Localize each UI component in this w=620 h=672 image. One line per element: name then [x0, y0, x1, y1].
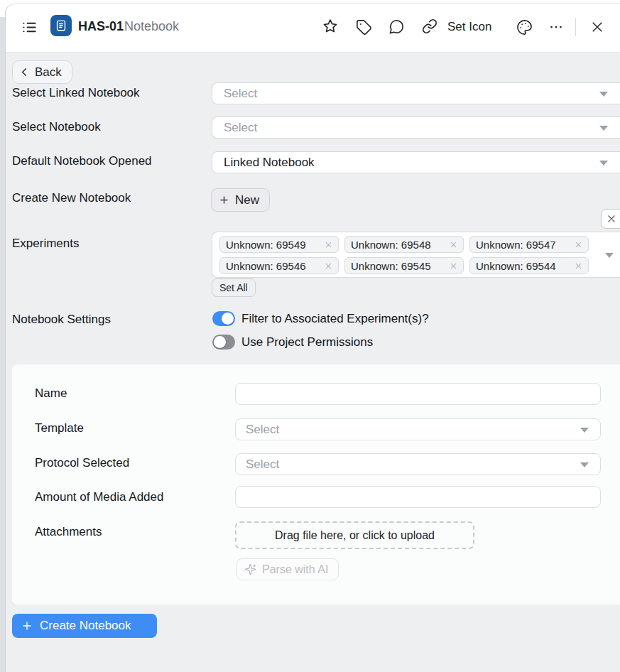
- name-label: Name: [35, 386, 67, 401]
- chevron-down-icon: [580, 462, 589, 467]
- tag-remove-icon[interactable]: [325, 262, 332, 270]
- tag-remove-icon[interactable]: [575, 241, 582, 249]
- page-subtitle: Notebook: [124, 19, 179, 34]
- default-notebook-opened-value: Linked Notebook: [224, 156, 315, 170]
- notebook-form-card: Name Template Select Protocol Selected S…: [12, 364, 620, 605]
- list-icon[interactable]: [19, 17, 39, 37]
- experiment-tag-label: Unknown: 69548: [351, 239, 431, 251]
- close-icon[interactable]: [587, 17, 607, 37]
- palette-icon[interactable]: [514, 17, 534, 37]
- experiment-tag-label: Unknown: 69547: [476, 239, 556, 251]
- tag-icon[interactable]: [354, 17, 374, 37]
- tag-remove-icon[interactable]: [450, 262, 457, 270]
- experiment-tag: Unknown: 69544: [469, 257, 589, 274]
- template-label: Template: [35, 421, 84, 435]
- tag-remove-icon[interactable]: [450, 241, 457, 249]
- experiment-tag-label: Unknown: 69544: [476, 260, 556, 272]
- chevron-left-icon: [19, 67, 30, 77]
- protocol-selected-label: Protocol Selected: [35, 456, 129, 470]
- experiments-dismiss-button[interactable]: [601, 209, 620, 229]
- toggle-knob: [214, 336, 226, 348]
- select-notebook-dropdown[interactable]: Select: [212, 116, 620, 139]
- experiment-tag-label: Unknown: 69549: [226, 239, 306, 251]
- select-notebook-placeholder: Select: [224, 121, 257, 135]
- notebook-dialog-panel: HAS-01 Notebook Set Icon: [5, 4, 620, 672]
- experiment-tag: Unknown: 69548: [344, 236, 464, 253]
- tag-remove-icon[interactable]: [325, 241, 332, 249]
- parse-with-ai-button[interactable]: Parse with AI: [236, 558, 339, 580]
- parse-with-ai-label: Parse with AI: [262, 563, 328, 576]
- tag-remove-icon[interactable]: [575, 262, 582, 270]
- experiment-tag-label: Unknown: 69545: [351, 260, 431, 272]
- chevron-down-icon: [599, 126, 608, 131]
- back-button[interactable]: Back: [12, 60, 72, 84]
- experiment-tag: Unknown: 69546: [219, 257, 339, 274]
- select-notebook-label: Select Notebook: [12, 120, 101, 134]
- template-placeholder: Select: [246, 423, 279, 437]
- header-divider: [575, 18, 576, 36]
- experiment-tag-label: Unknown: 69546: [226, 260, 306, 272]
- create-notebook-button[interactable]: Create Notebook: [12, 614, 157, 638]
- select-linked-notebook-label: Select Linked Notebook: [12, 86, 140, 100]
- star-icon[interactable]: [320, 16, 340, 36]
- new-notebook-button-label: New: [235, 193, 259, 207]
- filter-experiments-toggle-label: Filter to Associated Experiment(s)?: [241, 312, 429, 326]
- page-title: HAS-01: [78, 19, 124, 34]
- plus-icon: [219, 195, 229, 205]
- comment-icon[interactable]: [386, 16, 406, 36]
- close-icon: [607, 214, 616, 224]
- dropzone-text: Drag file here, or click to upload: [275, 529, 435, 542]
- chevron-down-icon: [580, 428, 589, 433]
- link-icon[interactable]: [420, 16, 440, 36]
- protocol-selected-placeholder: Select: [246, 457, 279, 472]
- plus-icon: [21, 620, 33, 632]
- back-button-label: Back: [35, 65, 62, 80]
- default-notebook-opened-dropdown[interactable]: Linked Notebook: [212, 151, 620, 173]
- chevron-down-icon: [605, 253, 614, 258]
- filter-experiments-toggle[interactable]: [212, 311, 235, 326]
- attachments-label: Attachments: [35, 525, 102, 539]
- template-dropdown[interactable]: Select: [235, 418, 601, 440]
- create-notebook-button-label: Create Notebook: [40, 619, 131, 633]
- select-linked-notebook-placeholder: Select: [224, 87, 257, 101]
- experiments-multiselect[interactable]: Unknown: 69549 Unknown: 69548 Unknown: 6…: [212, 232, 620, 278]
- amount-of-media-added-label: Amount of Media Added: [35, 490, 163, 504]
- sparkles-icon: [244, 563, 256, 575]
- experiment-tag: Unknown: 69549: [219, 236, 339, 253]
- name-input[interactable]: [235, 383, 601, 405]
- more-options-icon[interactable]: [546, 17, 566, 37]
- header-bar: HAS-01 Notebook Set Icon: [6, 4, 620, 53]
- notebook-app-icon[interactable]: [50, 15, 72, 36]
- set-all-button[interactable]: Set All: [212, 278, 256, 297]
- toggle-knob: [222, 313, 234, 325]
- file-dropzone[interactable]: Drag file here, or click to upload: [235, 521, 474, 549]
- chevron-down-icon: [599, 92, 608, 97]
- default-notebook-opened-label: Default Notebook Opened: [12, 154, 152, 168]
- protocol-selected-dropdown[interactable]: Select: [235, 453, 601, 475]
- amount-of-media-added-input[interactable]: [235, 486, 601, 508]
- experiment-tag: Unknown: 69545: [344, 257, 464, 274]
- select-linked-notebook-dropdown[interactable]: Select: [212, 82, 620, 104]
- project-permissions-toggle[interactable]: [212, 335, 235, 349]
- chevron-down-icon: [599, 161, 608, 166]
- experiment-tag: Unknown: 69547: [469, 236, 589, 253]
- set-icon-button[interactable]: Set Icon: [447, 20, 491, 34]
- new-notebook-button[interactable]: New: [211, 188, 270, 212]
- create-new-notebook-label: Create New Notebook: [12, 191, 131, 205]
- experiments-label: Experiments: [12, 237, 79, 251]
- project-permissions-toggle-label: Use Project Permissions: [241, 335, 373, 349]
- notebook-settings-label: Notebook Settings: [12, 313, 111, 327]
